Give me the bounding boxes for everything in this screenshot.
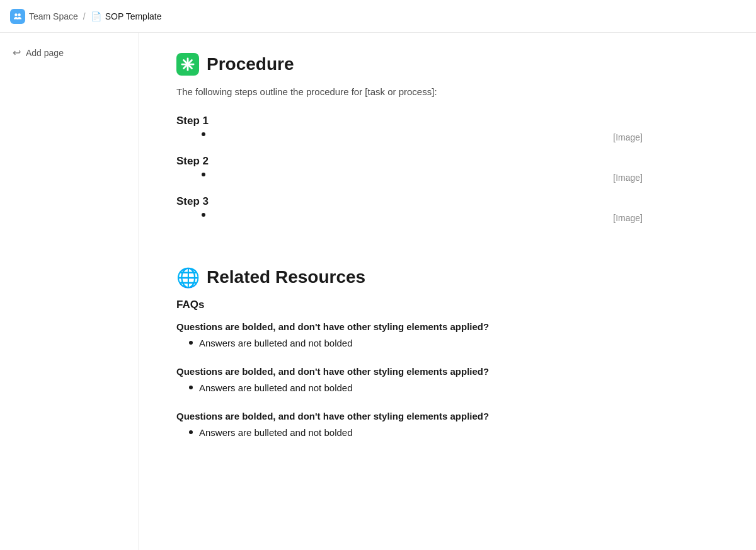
faq-item-3: Questions are bolded, and don't have oth… bbox=[176, 411, 668, 440]
procedure-section: Procedure The following steps outline th… bbox=[176, 53, 668, 223]
bullet-dot bbox=[202, 173, 205, 176]
step-1-image: [Image] bbox=[613, 132, 643, 142]
main-layout: ↩ Add page Procedure The following st bbox=[0, 33, 756, 550]
add-page-button[interactable]: ↩ Add page bbox=[8, 43, 130, 62]
faq-3-bullet bbox=[189, 430, 193, 434]
bullet-dot bbox=[202, 132, 205, 136]
step-1-bullet bbox=[176, 132, 205, 136]
doc-icon: 📄 bbox=[91, 11, 101, 21]
step-2-row: + [Image] bbox=[176, 173, 668, 183]
team-space-icon bbox=[10, 9, 25, 24]
faq-1-question: Questions are bolded, and don't have oth… bbox=[176, 321, 668, 332]
add-page-label: Add page bbox=[26, 48, 64, 58]
faq-2-answer: Answers are bulleted and not bolded bbox=[176, 381, 668, 396]
step-2-label: Step 2 bbox=[176, 155, 668, 168]
related-resources-title: Related Resources bbox=[207, 267, 365, 287]
faq-2-answer-text: Answers are bulleted and not bolded bbox=[199, 381, 353, 396]
faq-3-answer-text: Answers are bulleted and not bolded bbox=[199, 425, 353, 440]
step-3-content: [Image] bbox=[176, 213, 668, 223]
step-3-bullet bbox=[176, 213, 205, 217]
step-1-row: [Image] bbox=[176, 132, 668, 142]
procedure-header: Procedure bbox=[176, 53, 668, 76]
bullet-dot bbox=[202, 213, 205, 217]
faq-2-bullet bbox=[189, 386, 193, 389]
step-1-container: Step 1 [Image] bbox=[176, 115, 668, 142]
step-2-drag-handle[interactable] bbox=[156, 174, 161, 182]
step-2-bullet bbox=[176, 173, 205, 176]
step-3-row: [Image] bbox=[176, 213, 668, 223]
procedure-title: Procedure bbox=[207, 54, 294, 74]
team-space-breadcrumb[interactable]: Team Space bbox=[29, 11, 78, 21]
faq-1-bullet bbox=[189, 341, 193, 345]
faq-1-answer-text: Answers are bulleted and not bolded bbox=[199, 336, 353, 351]
faq-1-answer: Answers are bulleted and not bolded bbox=[176, 336, 668, 351]
step-3-label: Step 3 bbox=[176, 195, 668, 208]
step-3-image: [Image] bbox=[613, 213, 643, 223]
sidebar: ↩ Add page bbox=[0, 33, 139, 550]
step-1-content: [Image] bbox=[176, 132, 668, 142]
breadcrumb-separator: / bbox=[83, 11, 86, 21]
globe-icon: 🌐 bbox=[176, 266, 199, 289]
svg-point-0 bbox=[14, 13, 17, 16]
step-2-add-button[interactable]: + bbox=[145, 171, 153, 184]
step-3-container: Step 3 [Image] bbox=[176, 195, 668, 223]
step-1-label: Step 1 bbox=[176, 115, 668, 127]
faqs-title: FAQs bbox=[176, 299, 668, 311]
section-divider bbox=[176, 236, 668, 261]
related-resources-section: 🌐 Related Resources FAQs Questions are b… bbox=[176, 266, 668, 440]
procedure-description: The following steps outline the procedur… bbox=[176, 84, 668, 100]
faqs-container: FAQs Questions are bolded, and don't hav… bbox=[176, 299, 668, 440]
related-resources-header: 🌐 Related Resources bbox=[176, 266, 668, 289]
step-2-image: [Image] bbox=[613, 173, 643, 183]
breadcrumb-current-page: SOP Template bbox=[105, 11, 162, 21]
faq-item-2: Questions are bolded, and don't have oth… bbox=[176, 366, 668, 396]
faq-item-1: Questions are bolded, and don't have oth… bbox=[176, 321, 668, 351]
step-2-container: Step 2 + bbox=[176, 155, 668, 183]
faq-3-question: Questions are bolded, and don't have oth… bbox=[176, 411, 668, 421]
add-page-icon: ↩ bbox=[13, 47, 21, 59]
svg-point-1 bbox=[18, 13, 20, 16]
procedure-icon bbox=[176, 53, 199, 76]
faq-2-question: Questions are bolded, and don't have oth… bbox=[176, 366, 668, 377]
main-content: Procedure The following steps outline th… bbox=[139, 33, 706, 550]
step-2-content: [Image] bbox=[176, 173, 668, 183]
header: Team Space / 📄 SOP Template bbox=[0, 0, 756, 33]
faq-3-answer: Answers are bulleted and not bolded bbox=[176, 425, 668, 440]
